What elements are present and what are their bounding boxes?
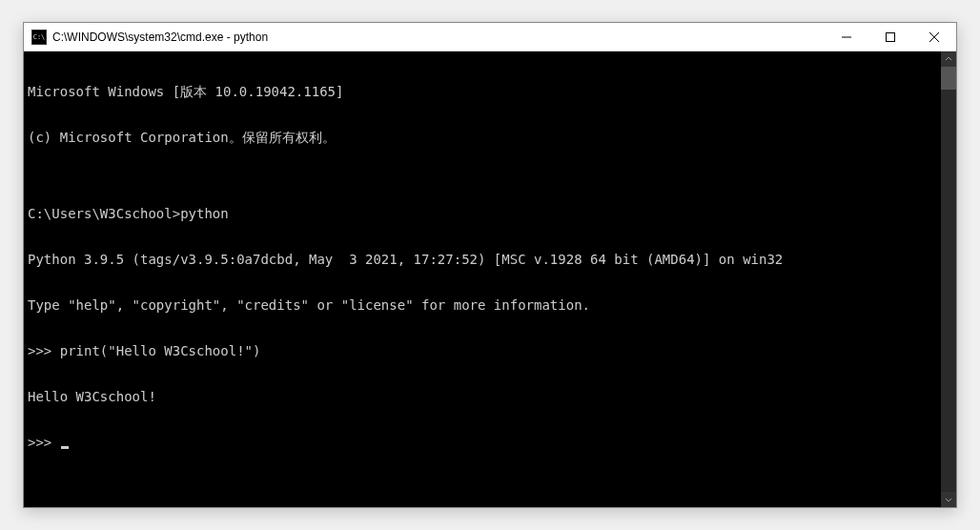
minimize-button[interactable] bbox=[825, 23, 868, 51]
prompt: >>> bbox=[28, 435, 60, 450]
terminal-line: >>> print("Hello W3Cschool!") bbox=[28, 343, 937, 358]
scroll-thumb[interactable] bbox=[941, 67, 956, 90]
scrollbar[interactable] bbox=[941, 51, 956, 507]
cmd-icon: C:\ bbox=[31, 30, 47, 45]
terminal-line: Hello W3Cschool! bbox=[28, 389, 937, 404]
chevron-up-icon bbox=[945, 55, 952, 63]
terminal-output[interactable]: Microsoft Windows [版本 10.0.19042.1165] (… bbox=[24, 51, 941, 507]
terminal-line: Microsoft Windows [版本 10.0.19042.1165] bbox=[28, 84, 937, 99]
chevron-down-icon bbox=[945, 496, 952, 503]
cmd-window: C:\ C:\WINDOWS\system32\cmd.exe - python… bbox=[23, 22, 957, 508]
terminal-line: (c) Microsoft Corporation。保留所有权利。 bbox=[28, 130, 937, 145]
maximize-icon bbox=[886, 32, 895, 42]
terminal-line: Type "help", "copyright", "credits" or "… bbox=[28, 297, 937, 313]
terminal-area: Microsoft Windows [版本 10.0.19042.1165] (… bbox=[24, 51, 956, 507]
minimize-icon bbox=[842, 32, 851, 42]
maximize-button[interactable] bbox=[868, 23, 912, 51]
window-controls bbox=[825, 23, 956, 51]
titlebar[interactable]: C:\ C:\WINDOWS\system32\cmd.exe - python bbox=[24, 23, 956, 51]
window-title: C:\WINDOWS\system32\cmd.exe - python bbox=[52, 31, 825, 44]
terminal-line: C:\Users\W3Cschool>python bbox=[28, 206, 937, 221]
scroll-up-button[interactable] bbox=[941, 51, 956, 67]
terminal-prompt-line: >>> bbox=[28, 435, 937, 450]
close-icon bbox=[929, 32, 939, 42]
scroll-down-button[interactable] bbox=[941, 492, 956, 507]
svg-rect-0 bbox=[887, 32, 895, 41]
terminal-line: Python 3.9.5 (tags/v3.9.5:0a7dcbd, May 3… bbox=[28, 252, 937, 267]
close-button[interactable] bbox=[912, 23, 956, 51]
cursor bbox=[61, 446, 69, 449]
